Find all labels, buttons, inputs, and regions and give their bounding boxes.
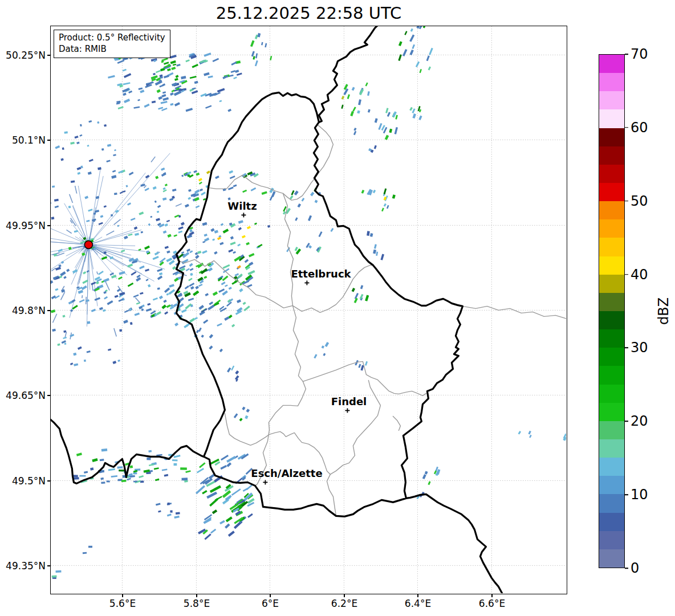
x-axis-tick-label: 5.8°E [184, 598, 210, 609]
colorbar-tick-mark [625, 494, 628, 495]
colorbar-band [599, 293, 624, 311]
y-axis-tick-label: 50.1°N [0, 134, 46, 146]
colorbar-tick-label: 20 [631, 413, 648, 429]
y-axis-tick-label: 49.35°N [0, 560, 46, 572]
colorbar-tick-mark [625, 421, 628, 422]
x-axis-tick-mark [196, 594, 197, 597]
colorbar-tick-label: 10 [631, 487, 648, 503]
y-axis-tick-label: 49.65°N [0, 390, 46, 401]
colorbar-tick-label: 0 [631, 560, 639, 576]
colorbar-tick-mark [625, 568, 628, 569]
colorbar-band [599, 256, 624, 275]
colorbar-band [599, 476, 624, 494]
x-axis-tick-label: 6.6°E [479, 598, 505, 609]
city-marker [241, 213, 246, 217]
colorbar-band [599, 531, 624, 549]
radar-echoes [51, 26, 566, 579]
colorbar-band [599, 439, 624, 458]
city-label-ettelbruck: Ettelbruck [291, 268, 351, 280]
y-axis-tick-label: 50.25°N [0, 50, 46, 61]
x-axis-tick-label: 6.4°E [405, 598, 431, 609]
border-national [319, 26, 377, 122]
colorbar-unit-label: dBZ [656, 297, 672, 325]
border-internal [462, 306, 566, 319]
x-axis-tick-mark [491, 594, 492, 597]
product-info-box: Product: 0.5° Reflectivity Data: RMIB [54, 30, 170, 58]
border-national [406, 494, 502, 593]
colorbar-band [599, 549, 624, 568]
colorbar-band [599, 403, 624, 421]
colorbar-band [599, 275, 624, 293]
echo-speck [242, 235, 246, 239]
border-internal [303, 361, 426, 395]
x-axis-tick-mark [270, 594, 270, 597]
border-internal [292, 305, 303, 381]
colorbar-tick-mark [625, 54, 628, 55]
colorbar-tick-mark [625, 274, 628, 275]
colorbar-band [599, 146, 624, 165]
border-national [51, 417, 204, 483]
colorbar-tick-mark [625, 201, 628, 202]
border-internal [208, 125, 333, 200]
colorbar-tick-label: 40 [631, 267, 648, 283]
city-label-wiltz: Wiltz [227, 200, 257, 212]
colorbar-band [599, 183, 624, 201]
colorbar-band [599, 366, 624, 384]
y-axis-tick-mark [47, 225, 50, 226]
city-label-findel: Findel [331, 395, 367, 407]
x-axis-tick-mark [122, 594, 123, 597]
colorbar-band [599, 385, 624, 403]
radar-map-svg [51, 26, 566, 593]
city-marker [345, 408, 349, 413]
border-internal [225, 413, 330, 474]
colorbar-band [599, 513, 624, 531]
colorbar-band [599, 109, 624, 128]
colorbar-band [599, 73, 624, 91]
radar-screenshot: { "title": "25.12.2025 22:58 UTC", "info… [0, 0, 675, 616]
radar-site-dot [84, 240, 92, 248]
y-axis-tick-label: 49.95°N [0, 220, 46, 231]
y-axis-tick-label: 49.8°N [0, 305, 46, 316]
echo-speck [198, 178, 202, 181]
colorbar-band [599, 421, 624, 439]
x-axis-tick-mark [417, 594, 418, 597]
echo-speck [167, 68, 171, 71]
y-axis-tick-mark [47, 140, 50, 140]
x-axis-tick-mark [344, 594, 344, 597]
city-marker [263, 480, 267, 484]
colorbar-band [599, 128, 624, 146]
colorbar-band [599, 311, 624, 329]
colorbar-band [599, 219, 624, 238]
y-axis-tick-mark [47, 565, 50, 566]
colorbar-band [599, 91, 624, 109]
map-canvas [50, 26, 567, 594]
x-axis-tick-label: 5.6°E [109, 598, 136, 609]
y-axis-tick-mark [47, 480, 50, 481]
border-internal [393, 416, 400, 430]
colorbar-band [599, 458, 624, 476]
colorbar-tick-label: 70 [631, 46, 648, 62]
colorbar-tick-label: 50 [631, 193, 648, 209]
echo-speck [206, 170, 210, 174]
x-axis-tick-label: 6.2°E [331, 598, 357, 609]
product-info-line2: Data: RMIB [59, 43, 165, 55]
colorbar-tick-label: 30 [631, 340, 648, 356]
y-axis-tick-mark [47, 55, 50, 55]
city-label-esch-alzette: Esch/Alzette [251, 467, 322, 479]
colorbar-band [599, 201, 624, 219]
colorbar-tick-mark [625, 127, 628, 128]
colorbar [599, 54, 625, 568]
city-marker [304, 280, 309, 285]
y-axis-tick-mark [47, 395, 50, 395]
echo-speck [361, 190, 365, 194]
colorbar-band [599, 494, 624, 512]
colorbar-band [599, 55, 624, 73]
colorbar-band [599, 348, 624, 366]
product-info-line1: Product: 0.5° Reflectivity [59, 32, 165, 43]
colorbar-tick-mark [625, 348, 628, 349]
y-axis-tick-label: 49.5°N [0, 475, 46, 487]
colorbar-band [599, 238, 624, 256]
colorbar-tick-label: 60 [631, 120, 648, 136]
page-title: 25.12.2025 22:58 UTC [50, 3, 567, 23]
x-axis-tick-label: 6°E [262, 598, 279, 609]
